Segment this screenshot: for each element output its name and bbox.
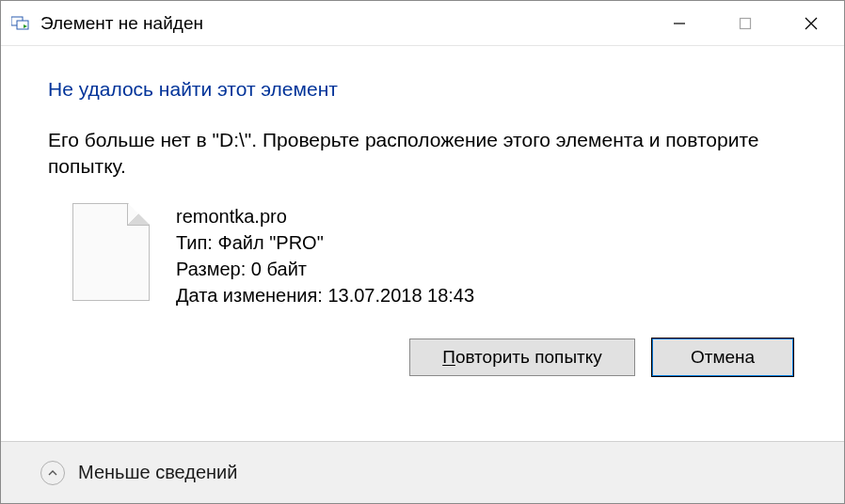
dialog-window: Элемент не найден Не удалось найти этот … [0, 0, 845, 504]
close-button[interactable] [778, 1, 844, 45]
less-details-link[interactable]: Меньше сведений [78, 462, 237, 483]
minimize-button[interactable] [646, 1, 712, 45]
file-icon [72, 203, 150, 301]
maximize-button [712, 1, 778, 45]
file-type: Тип: Файл "PRO" [176, 229, 474, 256]
file-block: remontka.pro Тип: Файл "PRO" Размер: 0 б… [72, 203, 797, 308]
window-controls [646, 1, 844, 45]
app-icon [10, 12, 33, 35]
footer: Меньше сведений [1, 441, 844, 503]
svg-rect-1 [17, 21, 28, 29]
file-size: Размер: 0 байт [176, 256, 474, 282]
content-area: Не удалось найти этот элемент Его больше… [1, 46, 844, 441]
button-row: Повторить попытку Отмена [48, 339, 797, 376]
svg-rect-3 [741, 18, 751, 28]
titlebar: Элемент не найден [1, 1, 844, 46]
file-date: Дата изменения: 13.07.2018 18:43 [176, 282, 474, 308]
retry-button[interactable]: Повторить попытку [409, 339, 635, 376]
chevron-up-icon[interactable] [40, 461, 65, 485]
file-info: remontka.pro Тип: Файл "PRO" Размер: 0 б… [176, 203, 474, 308]
heading: Не удалось найти этот элемент [48, 78, 797, 101]
file-name: remontka.pro [176, 203, 474, 229]
window-title: Элемент не найден [33, 13, 646, 34]
message-text: Его больше нет в "D:\". Проверьте распол… [48, 127, 791, 181]
cancel-button[interactable]: Отмена [652, 339, 793, 376]
